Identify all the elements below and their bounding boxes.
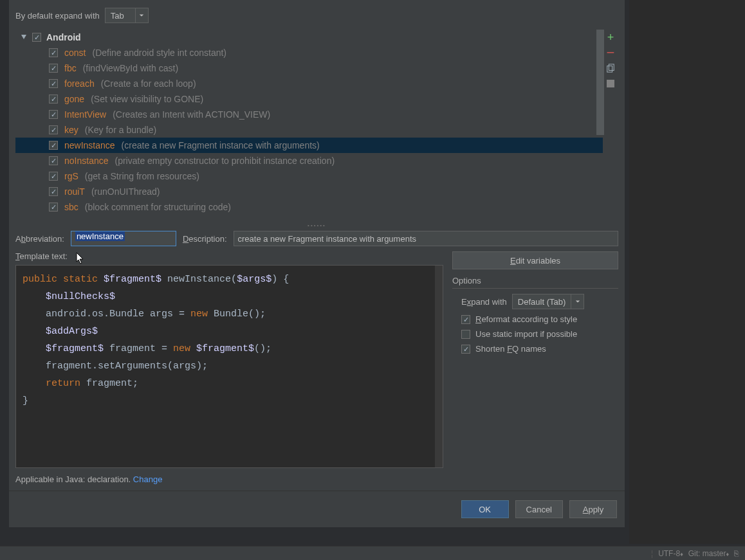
shorten-fq-checkbox[interactable]	[461, 345, 470, 354]
item-name: const	[64, 48, 86, 58]
edit-variables-button[interactable]: Edit variables	[452, 251, 618, 269]
item-desc: (Define android style int constant)	[92, 48, 226, 58]
expand-arrow-icon	[21, 33, 27, 42]
change-context-link[interactable]: Change	[133, 474, 163, 484]
dialog-footer: OK Cancel Apply	[9, 491, 625, 527]
item-checkbox[interactable]	[49, 156, 58, 165]
abbreviation-input[interactable]: newInstance	[71, 231, 176, 246]
template-tree[interactable]: Android const(Define android style int c…	[15, 30, 603, 222]
item-checkbox[interactable]	[49, 95, 58, 104]
remove-icon[interactable]: −	[605, 48, 616, 58]
live-templates-dialog: By default expand with Tab Android const…	[9, 0, 625, 527]
item-desc: (runOnUIThread)	[91, 186, 160, 197]
editor-scrollbar[interactable]	[435, 266, 443, 467]
item-checkbox[interactable]	[49, 125, 58, 134]
item-desc: (private empty constructor to prohibit i…	[115, 156, 335, 166]
item-name: rouiT	[64, 186, 85, 197]
tree-item[interactable]: foreach(Create a for each loop)	[15, 76, 603, 91]
tree-item[interactable]: IntentView(Creates an Intent with ACTION…	[15, 107, 603, 122]
svg-rect-0	[607, 66, 612, 73]
reformat-checkbox[interactable]	[461, 315, 470, 324]
item-name: IntentView	[64, 109, 106, 120]
item-name: gone	[64, 94, 84, 104]
template-editor[interactable]: public static $fragment$ newInstance($ar…	[15, 265, 443, 468]
tree-item[interactable]: rouiT(runOnUIThread)	[15, 184, 603, 199]
item-desc: (get a String from resources)	[85, 171, 199, 181]
tree-toolbar: + −	[603, 30, 618, 222]
item-checkbox[interactable]	[49, 110, 58, 119]
paste-icon[interactable]	[605, 78, 616, 89]
copy-icon[interactable]	[605, 63, 616, 73]
options-title: Options	[452, 276, 618, 289]
tree-item[interactable]: gone(Set view visibility to GONE)	[15, 91, 603, 107]
default-expand-combo[interactable]: Tab	[105, 8, 149, 23]
expand-with-combo[interactable]: Default (Tab)	[512, 294, 584, 309]
add-icon[interactable]: +	[605, 32, 616, 42]
template-text-label: Template text:	[15, 251, 443, 261]
tree-scrollbar-thumb[interactable]	[596, 30, 604, 135]
item-desc: (create a new Fragment instance with arg…	[122, 140, 320, 150]
item-desc: (Set view visibility to GONE)	[91, 94, 203, 104]
background-editor-area	[629, 0, 745, 544]
chevron-down-icon	[135, 8, 148, 23]
apply-button[interactable]: Apply	[569, 500, 617, 518]
item-checkbox[interactable]	[49, 141, 58, 150]
applicable-context: Applicable in Java: declaration. Change	[9, 468, 625, 484]
item-name: newInstance	[64, 140, 115, 150]
description-input[interactable]	[234, 231, 618, 246]
tree-item[interactable]: newInstance(create a new Fragment instan…	[15, 138, 603, 153]
group-checkbox[interactable]	[32, 33, 41, 42]
status-git[interactable]: Git: master♦	[688, 549, 729, 558]
item-desc: (Key for a bundle)	[85, 125, 156, 135]
status-extra-icon[interactable]: ⎘	[734, 549, 739, 558]
item-name: fbc	[64, 63, 77, 73]
ok-button[interactable]: OK	[461, 500, 509, 518]
cancel-button[interactable]: Cancel	[515, 500, 563, 518]
item-name: key	[64, 125, 78, 135]
item-checkbox[interactable]	[49, 48, 58, 57]
item-checkbox[interactable]	[49, 203, 58, 212]
reformat-label: Reformat according to style	[475, 314, 577, 324]
item-name: sbc	[64, 202, 78, 212]
group-name: Android	[46, 32, 81, 42]
default-expand-value: Tab	[106, 11, 135, 21]
item-name: foreach	[64, 78, 95, 89]
tree-item[interactable]: rgS(get a String from resources)	[15, 168, 603, 184]
item-desc: (Create a for each loop)	[101, 78, 196, 89]
static-import-checkbox[interactable]	[461, 330, 470, 339]
tree-item[interactable]: const(Define android style int constant)	[15, 45, 603, 60]
item-desc: (block comment for structuring code)	[85, 202, 231, 212]
default-expand-row: By default expand with Tab	[9, 0, 625, 30]
abbreviation-label: Abbreviation:	[15, 234, 64, 244]
item-checkbox[interactable]	[49, 64, 58, 73]
tree-item[interactable]: key(Key for a bundle)	[15, 122, 603, 138]
item-name: noInstance	[64, 156, 109, 166]
description-label: Description:	[183, 234, 227, 244]
svg-rect-1	[609, 64, 614, 71]
item-desc: (Creates an Intent with ACTION_VIEW)	[113, 109, 270, 120]
tree-item[interactable]: noInstance(private empty constructor to …	[15, 153, 603, 168]
status-encoding[interactable]: UTF-8♦	[658, 549, 683, 558]
item-name: rgS	[64, 171, 78, 181]
expand-with-label: Expand with	[461, 297, 507, 307]
tree-item[interactable]: sbc(block comment for structuring code)	[15, 199, 603, 215]
shorten-fq-label: Shorten FQ names	[475, 344, 546, 354]
status-bar: ¦ UTF-8♦ Git: master♦ ⎘	[0, 546, 745, 560]
static-import-label: Use static import if possible	[475, 329, 577, 339]
chevron-down-icon	[571, 294, 584, 309]
tree-item[interactable]: fbc(findViewById with cast)	[15, 60, 603, 76]
horizontal-splitter[interactable]: ••••••	[15, 224, 618, 227]
item-desc: (findViewById with cast)	[83, 63, 178, 73]
item-checkbox[interactable]	[49, 79, 58, 88]
item-checkbox[interactable]	[49, 187, 58, 196]
tree-group-android[interactable]: Android	[15, 30, 603, 45]
default-expand-label: By default expand with	[15, 11, 100, 21]
item-checkbox[interactable]	[49, 172, 58, 181]
